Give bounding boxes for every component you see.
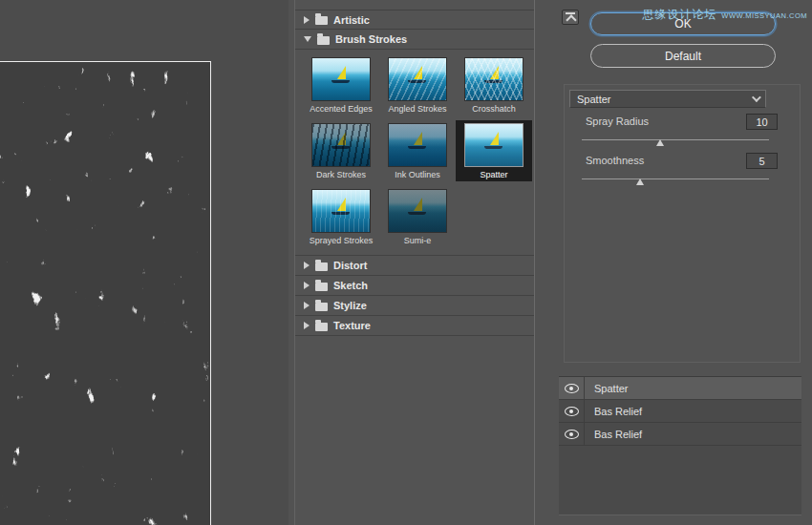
visibility-toggle[interactable] (559, 423, 585, 445)
filter-thumb-sprayed-strokes[interactable]: Sprayed Strokes (303, 186, 379, 247)
filter-thumb-crosshatch[interactable]: Crosshatch (456, 54, 532, 116)
category-label: Stylize (333, 300, 367, 311)
collapse-panel-button[interactable] (562, 10, 579, 25)
eye-icon (565, 407, 579, 416)
slider-thumb[interactable] (636, 178, 644, 185)
thumbnail-image (388, 189, 447, 233)
thumbnail-image (311, 189, 371, 233)
category-artistic[interactable]: Artistic (295, 10, 534, 30)
eye-icon (565, 384, 579, 393)
layer-row[interactable]: Bas Relief (559, 400, 801, 423)
thumbnail-image (388, 123, 447, 167)
thumbnail-label: Accented Edges (310, 104, 373, 114)
filter-thumb-dark-strokes[interactable]: Dark Strokes (303, 120, 379, 181)
disclosure-triangle-icon (304, 322, 310, 329)
thumbnail-label: Angled Strokes (388, 104, 446, 114)
layer-name[interactable]: Bas Relief (585, 400, 801, 422)
preview-area (0, 0, 288, 525)
thumbnail-label: Sprayed Strokes (310, 236, 374, 245)
spray-radius-label: Spray Radius (586, 116, 649, 127)
visibility-toggle[interactable] (559, 400, 585, 422)
category-stylize[interactable]: Stylize (295, 296, 534, 316)
filter-settings-panel: Spatter Spray Radius 10 Smoothness 5 (564, 84, 801, 363)
brush-strokes-thumbnails: Accented Edges Angled Strokes Crosshatch… (295, 50, 534, 256)
layer-row[interactable]: Spatter (559, 377, 801, 400)
folder-open-icon (317, 36, 330, 45)
filter-thumb-sumi-e[interactable]: Sumi-e (379, 186, 456, 247)
disclosure-triangle-icon (304, 16, 310, 24)
thumbnail-image (464, 57, 524, 101)
category-distort[interactable]: Distort (295, 256, 534, 276)
category-sketch[interactable]: Sketch (295, 276, 534, 296)
folder-icon (315, 323, 328, 331)
smoothness-slider[interactable] (582, 174, 769, 186)
filter-gallery-window: Artistic Brush Strokes Accented Edges An… (0, 0, 812, 525)
spray-radius-slider[interactable] (582, 135, 769, 147)
ok-button[interactable]: OK (590, 12, 776, 35)
filter-thumb-ink-outlines[interactable]: Ink Outlines (379, 120, 456, 181)
smoothness-input[interactable]: 5 (746, 153, 778, 169)
category-label: Distort (333, 260, 367, 271)
category-texture[interactable]: Texture (295, 316, 534, 336)
effect-layers-panel: Spatter Bas Relief Bas Relief (559, 376, 801, 515)
default-button[interactable]: Default (590, 44, 776, 68)
thumbnail-label: Spatter (480, 170, 507, 179)
slider-thumb[interactable] (656, 139, 664, 146)
layer-name[interactable]: Spatter (585, 377, 801, 399)
slider-track (582, 139, 769, 140)
category-label: Sketch (333, 280, 368, 291)
thumbnail-label: Sumi-e (404, 236, 432, 245)
folder-icon (315, 16, 328, 25)
category-label: Texture (333, 320, 371, 331)
spatter-texture (0, 62, 211, 525)
layer-name[interactable]: Bas Relief (585, 423, 801, 445)
folder-icon (315, 283, 328, 291)
filter-thumb-spatter[interactable]: Spatter (456, 120, 532, 181)
chevron-down-icon (752, 93, 761, 102)
visibility-toggle[interactable] (559, 377, 585, 399)
category-label: Brush Strokes (335, 33, 407, 45)
spray-radius-input[interactable]: 10 (746, 114, 778, 130)
thumbnail-image (388, 57, 447, 101)
smoothness-label: Smoothness (586, 155, 644, 166)
filter-thumb-accented-edges[interactable]: Accented Edges (303, 54, 379, 116)
thumbnail-image (311, 123, 371, 167)
category-label: Artistic (333, 14, 370, 26)
filter-select[interactable]: Spatter (569, 90, 766, 108)
disclosure-triangle-icon (304, 36, 311, 42)
disclosure-triangle-icon (304, 282, 310, 289)
folder-icon (315, 262, 328, 271)
thumbnail-label: Dark Strokes (316, 170, 366, 179)
folder-icon (315, 303, 328, 311)
collapse-up-icon (566, 12, 575, 22)
thumbnail-label: Crosshatch (472, 104, 516, 114)
filter-select-value: Spatter (577, 94, 610, 105)
slider-track (582, 178, 769, 179)
filter-thumb-angled-strokes[interactable]: Angled Strokes (379, 54, 456, 116)
disclosure-triangle-icon (304, 302, 310, 309)
preview-image[interactable] (0, 61, 211, 525)
thumbnail-image (464, 123, 524, 167)
thumbnail-image (311, 57, 371, 101)
disclosure-triangle-icon (304, 262, 310, 269)
thumbnail-label: Ink Outlines (395, 170, 440, 179)
filter-list-panel: Artistic Brush Strokes Accented Edges An… (294, 0, 535, 525)
eye-icon (565, 430, 579, 439)
layer-row[interactable]: Bas Relief (559, 423, 801, 446)
category-brush-strokes[interactable]: Brush Strokes (295, 30, 534, 50)
